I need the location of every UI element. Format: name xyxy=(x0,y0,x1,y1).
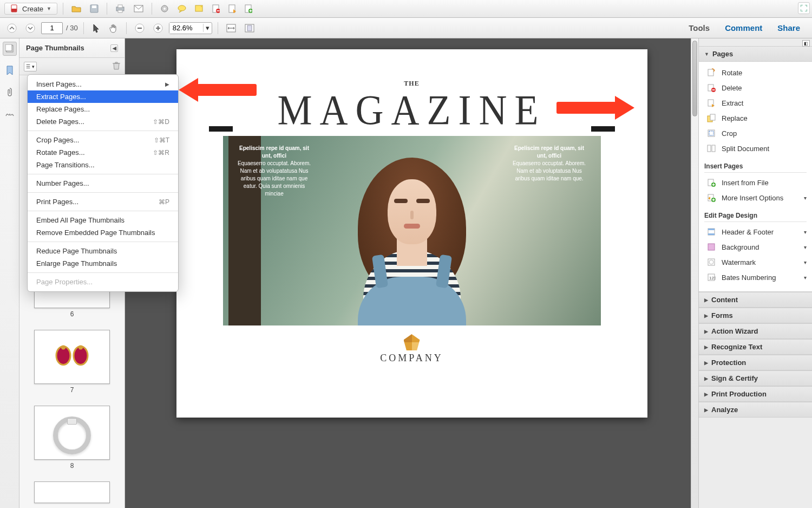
svg-rect-24 xyxy=(158,26,159,30)
crop-icon xyxy=(706,128,716,138)
settings-button[interactable] xyxy=(158,2,172,15)
attachments-tab[interactable] xyxy=(3,85,17,99)
page-number-input[interactable] xyxy=(41,22,63,34)
menu-number-pages[interactable]: Number Pages... xyxy=(28,177,178,190)
menu-enlarge-thumbnails[interactable]: Enlarge Page Thumbnails xyxy=(28,257,178,270)
thumbnail-options-button[interactable]: ☰ ▾ xyxy=(24,62,37,71)
left-iconbar xyxy=(0,38,19,508)
recognize-text-section[interactable]: ▶Recognize Text xyxy=(699,339,812,355)
svg-rect-29 xyxy=(5,44,12,51)
menu-delete-pages[interactable]: Delete Pages...⇧⌘D xyxy=(28,115,178,128)
open-button[interactable] xyxy=(69,2,84,15)
fullscreen-button[interactable] xyxy=(798,2,810,14)
page-up-button[interactable] xyxy=(4,22,19,35)
menu-insert-pages[interactable]: Insert Pages...▶ xyxy=(28,78,178,90)
svg-point-19 xyxy=(26,24,35,32)
thumbnail-label: 6 xyxy=(70,310,74,318)
svg-text:123: 123 xyxy=(709,276,716,281)
tab-share[interactable]: Share xyxy=(770,20,808,36)
background-tool[interactable]: Background▾ xyxy=(699,239,812,255)
split-tool[interactable]: Split Document xyxy=(699,141,812,156)
svg-rect-5 xyxy=(118,5,122,8)
thumbnail-item[interactable] xyxy=(29,481,115,503)
fit-page-button[interactable] xyxy=(242,22,257,35)
submenu-arrow-icon: ▶ xyxy=(165,81,169,87)
comment-button[interactable] xyxy=(175,2,189,15)
svg-point-10 xyxy=(178,5,186,11)
pages-section-header[interactable]: ▼ Pages xyxy=(699,46,812,62)
sticky-note-button[interactable] xyxy=(192,2,206,15)
page-down-button[interactable] xyxy=(23,22,38,35)
thumbnail-item[interactable]: 7 xyxy=(29,330,115,394)
header-footer-tool[interactable]: Header & Footer▾ xyxy=(699,224,812,239)
more-insert-tool[interactable]: More Insert Options▾ xyxy=(699,190,812,205)
rotate-tool[interactable]: Rotate xyxy=(699,65,812,80)
print-production-section[interactable]: ▶Print Production xyxy=(699,386,812,402)
svg-point-18 xyxy=(8,24,16,32)
bates-tool[interactable]: 123Bates Numbering▾ xyxy=(699,270,812,285)
content-section[interactable]: ▶Content xyxy=(699,292,812,308)
nav-toolbar: / 30 ▾ Tools Comment Share xyxy=(0,18,812,38)
delete-thumbnail-button[interactable] xyxy=(113,61,120,71)
more-insert-icon xyxy=(706,193,716,203)
edit-design-heading: Edit Page Design xyxy=(704,212,807,222)
hand-tool-button[interactable] xyxy=(107,22,121,35)
panel-collapse-button[interactable]: ◧ xyxy=(802,40,810,47)
replace-tool[interactable]: Replace xyxy=(699,110,812,126)
chevron-down-icon: ▾ xyxy=(804,244,807,250)
viewport-scrollbar[interactable] xyxy=(691,38,698,508)
bookmarks-tab[interactable] xyxy=(3,63,17,77)
svg-rect-37 xyxy=(712,89,715,90)
svg-rect-50 xyxy=(708,229,715,230)
select-tool-button[interactable] xyxy=(89,22,103,35)
menu-embed-thumbnails[interactable]: Embed All Page Thumbnails xyxy=(28,214,178,226)
chevron-down-icon: ▾ xyxy=(804,229,807,235)
thumbnails-tab[interactable] xyxy=(3,42,17,56)
svg-rect-27 xyxy=(247,25,252,31)
action-wizard-section[interactable]: ▶Action Wizard xyxy=(699,323,812,339)
duplicate-page-button[interactable] xyxy=(226,2,239,15)
menu-extract-pages[interactable]: Extract Pages... xyxy=(28,90,178,103)
save-button[interactable] xyxy=(87,2,101,15)
add-page-button[interactable] xyxy=(242,2,255,15)
menu-replace-pages[interactable]: Replace Pages... xyxy=(28,103,178,115)
zoom-out-button[interactable] xyxy=(132,22,147,35)
watermark-icon xyxy=(706,257,716,267)
create-button[interactable]: Create ▼ xyxy=(4,3,57,15)
svg-rect-1 xyxy=(11,9,17,12)
thumbnail-label: 7 xyxy=(70,386,74,394)
zoom-input[interactable] xyxy=(169,23,203,34)
analyze-section[interactable]: ▶Analyze xyxy=(699,402,812,418)
extract-tool[interactable]: Extract xyxy=(699,95,812,110)
menu-crop-pages[interactable]: Crop Pages...⇧⌘T xyxy=(28,134,178,146)
menu-reduce-thumbnails[interactable]: Reduce Page Thumbnails xyxy=(28,245,178,257)
thumbnail-label: 8 xyxy=(70,462,74,470)
forms-section[interactable]: ▶Forms xyxy=(699,308,812,323)
delete-tool[interactable]: Delete xyxy=(699,80,812,95)
thumbnail-item[interactable]: 8 xyxy=(29,406,115,470)
tab-comment[interactable]: Comment xyxy=(717,20,770,36)
remove-page-button[interactable] xyxy=(209,2,222,15)
tab-tools[interactable]: Tools xyxy=(681,20,717,36)
signatures-tab[interactable] xyxy=(3,107,17,121)
sign-certify-section[interactable]: ▶Sign & Certify xyxy=(699,370,812,386)
svg-rect-40 xyxy=(710,114,715,120)
zoom-dropdown[interactable]: ▾ xyxy=(203,24,212,32)
watermark-tool[interactable]: Watermark▾ xyxy=(699,255,812,270)
insert-from-file-tool[interactable]: Insert from File xyxy=(699,175,812,190)
menu-rotate-pages[interactable]: Rotate Pages...⇧⌘R xyxy=(28,146,178,159)
menu-page-transitions[interactable]: Page Transitions... xyxy=(28,159,178,171)
insert-pages-heading: Insert Pages xyxy=(704,162,807,173)
menu-print-pages[interactable]: Print Pages...⌘P xyxy=(28,196,178,208)
protection-section[interactable]: ▶Protection xyxy=(699,355,812,370)
company-name: COMPANY xyxy=(187,353,637,364)
menu-remove-embedded-thumbnails[interactable]: Remove Embedded Page Thumbnails xyxy=(28,226,178,239)
zoom-in-button[interactable] xyxy=(150,22,166,35)
zoom-field[interactable]: ▾ xyxy=(169,22,212,34)
svg-point-9 xyxy=(163,8,166,10)
collapse-panel-button[interactable]: ◀ xyxy=(110,44,118,52)
crop-tool[interactable]: Crop xyxy=(699,126,812,141)
print-button[interactable] xyxy=(113,2,128,15)
fit-width-button[interactable] xyxy=(224,22,239,35)
email-button[interactable] xyxy=(131,2,146,15)
